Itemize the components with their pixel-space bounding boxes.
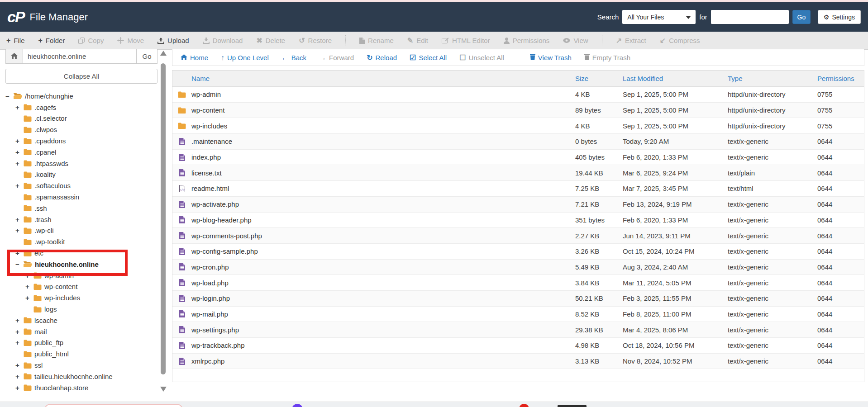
tree-item-thuoclanhap-store[interactable]: +thuoclanhap.store: [5, 382, 159, 393]
tree-item-logs[interactable]: logs: [5, 303, 159, 315]
toolbar-button-folder[interactable]: +Folder: [38, 37, 65, 44]
tree-item-spamassassin[interactable]: .spamassassin: [5, 191, 159, 203]
tree-item-ssh[interactable]: .ssh: [5, 203, 159, 214]
file-row-wp-comments-post-php[interactable]: wp-comments-post.php2.27 KBJun 14, 2023,…: [172, 228, 864, 244]
file-row-wp-load-php[interactable]: wp-load.php3.84 KBMar 11, 2024, 5:05 PMt…: [172, 275, 864, 291]
file-row-wp-cron-php[interactable]: wp-cron.php5.49 KBAug 3, 2024, 2:40 AMte…: [172, 260, 864, 275]
sidebar-scrollbar[interactable]: [159, 49, 167, 393]
tree-item-wp-cli[interactable]: +.wp-cli: [5, 225, 159, 237]
expand-plus-icon[interactable]: +: [15, 104, 24, 111]
toolbar-button-upload[interactable]: Upload: [157, 37, 189, 44]
scroll-down-arrow-icon[interactable]: [160, 387, 167, 392]
file-row-wp-includes[interactable]: wp-includes4 KBSep 1, 2025, 5:00 PMhttpd…: [172, 118, 864, 134]
file-row-wp-activate-php[interactable]: wp-activate.php7.21 KBFeb 13, 2024, 9:19…: [172, 197, 864, 213]
tree-item-cpaddons[interactable]: +.cpaddons: [5, 135, 159, 147]
expand-plus-icon[interactable]: +: [15, 373, 24, 380]
expand-plus-icon[interactable]: +: [15, 384, 24, 392]
search-scope-select[interactable]: All Your Files: [622, 10, 696, 24]
tree-item-lscache[interactable]: +lscache: [5, 315, 159, 326]
tree-item-etc[interactable]: +etc: [5, 247, 159, 259]
nav-button-up-one-level[interactable]: ↑Up One Level: [221, 54, 269, 62]
settings-button[interactable]: ⚙Settings: [818, 10, 861, 24]
collapse-minus-icon[interactable]: −: [15, 260, 24, 268]
tree-item-wp-content[interactable]: +wp-content: [5, 281, 159, 293]
nav-button-view-trash[interactable]: View Trash: [530, 54, 572, 62]
tree-item-clwpos[interactable]: .clwpos: [5, 124, 159, 135]
toolbar-button-file[interactable]: +File: [6, 37, 25, 44]
nav-button-home[interactable]: Home: [181, 54, 208, 62]
file-row-wp-settings-php[interactable]: wp-settings.php29.38 KBMar 4, 2025, 8:06…: [172, 322, 864, 338]
tree-item-cl-selector[interactable]: .cl.selector: [5, 113, 159, 124]
file-row-wp-login-php[interactable]: wp-login.php50.21 KBFeb 3, 2025, 11:55 P…: [172, 291, 864, 307]
cutoff-red-badge[interactable]: [519, 404, 529, 407]
expand-plus-icon[interactable]: +: [15, 361, 24, 369]
expand-plus-icon[interactable]: +: [15, 182, 24, 189]
tree-item-hieukhocnhe-online[interactable]: −hieukhocnhe.online: [5, 259, 159, 270]
tree-item-label: .clwpos: [34, 126, 57, 133]
file-permissions: 0644: [817, 185, 864, 192]
file-name: wp-blog-header.php: [191, 216, 575, 224]
tree-item-trash[interactable]: +.trash: [5, 214, 159, 225]
tree-item-home-chunghie[interactable]: −/home/chunghie: [5, 90, 159, 102]
expand-plus-icon[interactable]: +: [25, 283, 33, 290]
file-row-license-txt[interactable]: license.txt19.44 KBMar 6, 2025, 9:24 PMt…: [172, 165, 864, 181]
scrollbar-thumb[interactable]: [161, 63, 166, 374]
expand-plus-icon[interactable]: +: [15, 249, 24, 257]
file-row-xmlrpc-php[interactable]: xmlrpc.php3.13 KBNov 8, 2024, 10:52 PMte…: [172, 354, 864, 369]
nav-button-back[interactable]: ←Back: [281, 54, 306, 62]
file-row-wp-content[interactable]: wp-content89 bytesSep 1, 2025, 5:00 PMht…: [172, 103, 864, 118]
file-row-wp-config-sample-php[interactable]: wp-config-sample.php3.26 KBOct 15, 2024,…: [172, 244, 864, 260]
file-row-index-php[interactable]: index.php405 bytesFeb 6, 2020, 1:33 PMte…: [172, 150, 864, 166]
tree-item-mail[interactable]: +mail: [5, 326, 159, 337]
column-header-type[interactable]: Type: [728, 75, 817, 82]
expand-plus-icon[interactable]: +: [15, 160, 24, 167]
cutoff-pill-widget[interactable]: [44, 404, 183, 407]
tree-item-cagefs[interactable]: +.cagefs: [5, 102, 159, 113]
tree-item-public-html[interactable]: public_html: [5, 348, 159, 360]
file-row-wp-admin[interactable]: wp-admin4 KBSep 1, 2025, 5:00 PMhttpd/un…: [172, 87, 864, 103]
column-header-permissions[interactable]: Permissions: [817, 75, 864, 82]
expand-plus-icon[interactable]: +: [25, 272, 33, 279]
search-scope-value: All Your Files: [627, 14, 664, 21]
home-directory-button[interactable]: [5, 49, 23, 64]
tree-item-wp-includes[interactable]: +wp-includes: [5, 292, 159, 303]
file-row-wp-blog-header-php[interactable]: wp-blog-header.php351 bytesFeb 6, 2020, …: [172, 213, 864, 228]
expand-plus-icon[interactable]: +: [15, 339, 24, 346]
expand-plus-icon[interactable]: +: [25, 294, 33, 302]
tree-item-koality[interactable]: .koality: [5, 169, 159, 180]
expand-plus-icon[interactable]: +: [15, 227, 24, 234]
file-row-wp-trackback-php[interactable]: wp-trackback.php4.98 KBOct 18, 2024, 10:…: [172, 338, 864, 354]
scroll-up-arrow-icon[interactable]: [160, 51, 167, 56]
tree-item-htpasswds[interactable]: +.htpasswds: [5, 158, 159, 169]
expand-plus-icon[interactable]: +: [15, 317, 24, 324]
tree-item-label: tailieu.hieukhocnhe.online: [34, 373, 113, 380]
folder-icon: [33, 295, 42, 301]
column-header-last-modified[interactable]: Last Modified: [623, 75, 728, 82]
file-row-wp-mail-php[interactable]: wp-mail.php8.52 KBFeb 8, 2025, 11:00 PMt…: [172, 307, 864, 322]
tree-item-tailieu-hieukhocnhe-online[interactable]: +tailieu.hieukhocnhe.online: [5, 371, 159, 382]
search-go-button[interactable]: Go: [792, 10, 811, 24]
nav-button-reload[interactable]: ↻Reload: [367, 54, 397, 62]
html-editor-icon: [442, 38, 449, 44]
tree-item-ssl[interactable]: +ssl: [5, 360, 159, 371]
expand-plus-icon[interactable]: +: [15, 328, 24, 336]
tree-item-wp-admin[interactable]: +wp-admin: [5, 270, 159, 281]
column-header-size[interactable]: Size: [575, 75, 623, 82]
cutoff-purple-badge[interactable]: [292, 404, 303, 407]
collapse-all-button[interactable]: Collapse All: [5, 69, 157, 84]
expand-plus-icon[interactable]: +: [15, 216, 24, 223]
tree-item-softaculous[interactable]: +.softaculous: [5, 180, 159, 191]
tree-item-cpanel[interactable]: +.cpanel: [5, 147, 159, 158]
tree-item-wp-toolkit[interactable]: .wp-toolkit: [5, 236, 159, 247]
column-header-name[interactable]: Name: [191, 75, 575, 82]
expand-plus-icon[interactable]: +: [15, 137, 24, 145]
file-row-readme-html[interactable]: </>readme.html7.25 KBMar 7, 2025, 3:45 P…: [172, 181, 864, 197]
file-row-maintenance[interactable]: .maintenance0 bytesToday, 9:20 AMtext/x-…: [172, 134, 864, 150]
search-input[interactable]: [711, 10, 789, 24]
tree-item-public-ftp[interactable]: +public_ftp: [5, 337, 159, 349]
expand-plus-icon[interactable]: +: [15, 148, 24, 156]
collapse-minus-icon[interactable]: −: [5, 92, 14, 100]
path-go-button[interactable]: Go: [137, 49, 157, 64]
nav-button-select-all[interactable]: ☑Select All: [410, 54, 447, 62]
path-input[interactable]: [23, 49, 137, 64]
